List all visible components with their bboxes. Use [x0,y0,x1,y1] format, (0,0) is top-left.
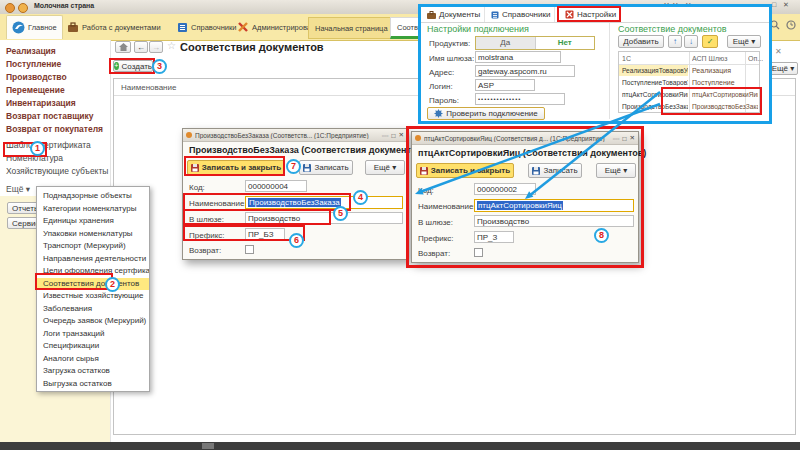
dialog2-save-button[interactable]: Записать [528,163,582,178]
overlay-tab-settings[interactable]: Настройки [561,7,620,22]
gateway-name-field[interactable]: molstrana [475,51,561,63]
menu-item-request-queue[interactable]: Очередь заявок (Меркурий) [37,315,149,328]
menu-item-supervised-objects[interactable]: Поднадзорные объекты [37,190,149,203]
close-button[interactable]: ✕ [780,1,792,9]
taskbar-item[interactable] [202,443,214,449]
dialog2-code-field[interactable]: 000000002 [474,183,536,195]
dialog1-app-icon [186,132,192,138]
dialog1-name-field[interactable]: ПроизводствоБезЗаказа [245,196,403,209]
move-down-button[interactable]: ↓ [684,35,698,48]
move-up-button[interactable]: ↑ [668,35,682,48]
menu-item-nomenclature-packs[interactable]: Упаковки номенклатуры [37,228,149,241]
dialog2-maximize-icon[interactable]: □ [623,135,627,142]
tab-documents-work[interactable]: Работа с документами [62,15,166,39]
dialog1-toolbar-icons[interactable]: ▫▫▫ [382,132,389,139]
dialog1-maximize-icon[interactable]: □ [392,132,396,139]
sidebar-item-production[interactable]: Производство [6,72,67,82]
menu-item-cert-purposes[interactable]: Цели оформления сертфиката [37,265,149,278]
mapping-more-button[interactable]: Ещё ▾ [727,35,761,48]
menu-item-doc-matching[interactable]: Соответствия документов [37,278,149,291]
mapping-row2-asp-link[interactable]: Поступление [692,79,744,86]
menu-item-specifications[interactable]: Спецификации [37,340,149,353]
dialog1-code-field[interactable]: 000000004 [245,180,307,192]
back-button[interactable]: ← [134,41,148,53]
mapping-row3-asp-link[interactable]: птцАктСортировкиЯиц [692,91,758,98]
productive-no-option[interactable]: Нет [536,37,595,49]
app-menu-icon[interactable] [5,3,15,13]
briefcase-icon [67,22,79,33]
dialog1-close-icon[interactable]: ✕ [399,131,404,139]
sidebar-item-transfer[interactable]: Перемещение [6,85,65,95]
favorite-star-icon[interactable]: ☆ [167,40,176,51]
productive-yes-option[interactable]: Да [476,37,536,49]
tab-main[interactable]: Главное [6,15,63,39]
history-icon[interactable] [786,20,796,30]
menu-item-diseases[interactable]: Заболевания [37,303,149,316]
password-field[interactable]: •••••••••••••• [475,93,565,105]
dialog2-save-close-button[interactable]: Записать и закрыть [416,163,514,178]
dialog1-prefix-field[interactable]: ПР_БЗ [245,228,285,240]
home-button[interactable] [115,41,131,53]
dialog1-gateway-field[interactable]: Производство [245,212,403,224]
sidebar-more-button[interactable]: Ещё ▾ [6,184,30,194]
dialog1-titlebar[interactable]: ПроизводствоБезЗаказа (Соответств... (1С… [183,129,407,142]
overlay-tab-catalogs[interactable]: Справочники [487,7,555,22]
menu-item-unload-balances[interactable]: Выгрузка остатков [37,378,149,391]
menu-item-transaction-logs[interactable]: Логи транзакций [37,328,149,341]
menu-item-raw-analogs[interactable]: Аналоги сырья [37,353,149,366]
sidebar-item-realization[interactable]: Реализация [6,46,56,56]
sidebar-item-inventory[interactable]: Инвентаризация [6,98,76,108]
dialog1-save-button[interactable]: Записать [299,160,353,175]
dialog2-gateway-field[interactable]: Производство [474,215,634,227]
dialog2-name-label: Наименование: [418,202,476,211]
dialog2-titlebar[interactable]: птцАктСортировкиЯиц (Соответствия д... (… [412,132,638,145]
search-close-icon[interactable]: ✕ [775,47,782,56]
sidebar-item-business-entities[interactable]: Хозяйствующие субъекты [6,166,108,176]
sidebar-item-return-supplier[interactable]: Возврат поставщику [6,111,94,121]
menu-item-load-balances[interactable]: Загрузка остатков [37,365,149,378]
add-row-button[interactable]: Добавить [618,35,664,48]
create-button-label: Создать [122,62,152,71]
dialog2-more-button[interactable]: Ещё ▾ [596,163,636,178]
tab-home-page[interactable]: Начальная страница [308,17,395,39]
save-close-icon [420,167,428,175]
dialog2-name-field[interactable]: птцАктСортировкиЯиц [474,199,634,212]
sidebar-item-return-customer[interactable]: Возврат от покупателя [6,124,103,134]
mapping-row1-asp-link[interactable]: Реализация [692,67,744,74]
dialog1-more-button[interactable]: Ещё ▾ [365,160,405,175]
menu-item-known-entities[interactable]: Известные хозяйствующие [37,290,149,303]
taskbar[interactable] [0,442,800,450]
dialog1-gateway-label: В шлюзе: [189,215,224,224]
mapping-row1-1c[interactable]: РеализацияТоваровУслуг [622,67,688,74]
sidebar-item-receipt[interactable]: Поступление [6,59,61,69]
annotation-5: 5 [333,206,348,221]
check-connection-button[interactable]: Проверить подключение [427,107,545,120]
dialog2-return-checkbox[interactable] [474,248,483,257]
dialog2-name-value: птцАктСортировкиЯиц [477,201,563,210]
menu-item-activity-directions[interactable]: Направления деятельности [37,253,149,266]
dialog2-save-label: Записать [543,166,577,175]
login-field[interactable]: ASP [475,79,535,91]
list-more-button[interactable]: Ещё ▾ [768,62,798,75]
dialog1-return-checkbox[interactable] [245,245,254,254]
mapping-row4-1c[interactable]: ПроизводствоБезЗаказа [622,103,688,110]
mapping-row3-1c[interactable]: птцАктСортировкиЯиц [622,91,688,98]
forward-button[interactable]: → [149,41,163,53]
dialog1-save-close-button[interactable]: Записать и закрыть [187,160,285,175]
verify-mapping-button[interactable]: ✓ [702,35,718,48]
mapping-row2-1c[interactable]: ПоступлениеТоваровУслуг [622,79,688,86]
menu-item-storage-units[interactable]: Единицы хранения [37,215,149,228]
dialog2-toolbar-icons[interactable]: ▫▫▫ [613,135,620,142]
dialog2-close-icon[interactable]: ✕ [630,134,635,142]
address-field[interactable]: gateway.aspcom.ru [475,65,575,77]
menu-item-transport-mercury[interactable]: Транспорт (Меркурий) [37,240,149,253]
dialog2-prefix-field[interactable]: ПР_З [474,231,514,243]
mapping-row4-asp-link[interactable]: ПроизводствоБезЗаказа [692,103,758,110]
sidebar-item-cert-template[interactable]: Шаблон сертификата [6,140,91,150]
overlay-tab-documents[interactable]: Документы [423,7,485,22]
create-button[interactable]: + Создать [113,60,153,72]
dialog2-heading: птцАктСортировкиЯиц (Соответствия докуме… [418,148,646,158]
app-settings-icon[interactable] [18,3,28,13]
dialog2-return-label: Возврат: [418,249,450,258]
menu-item-nomenclature-categories[interactable]: Категории номенклатуры [37,203,149,216]
